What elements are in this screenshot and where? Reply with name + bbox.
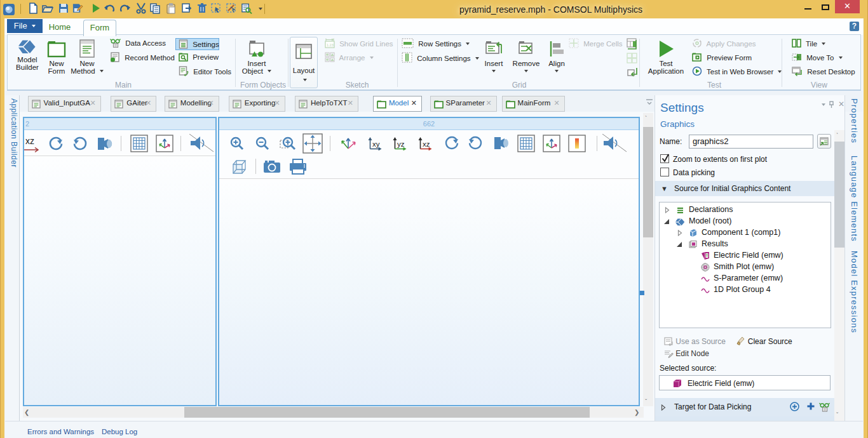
- svg-text:1.23: 1.23: [327, 43, 334, 47]
- svg-text:xz: xz: [423, 140, 430, 148]
- svg-text:xy: xy: [372, 140, 380, 148]
- svg-text:yz: yz: [397, 140, 405, 148]
